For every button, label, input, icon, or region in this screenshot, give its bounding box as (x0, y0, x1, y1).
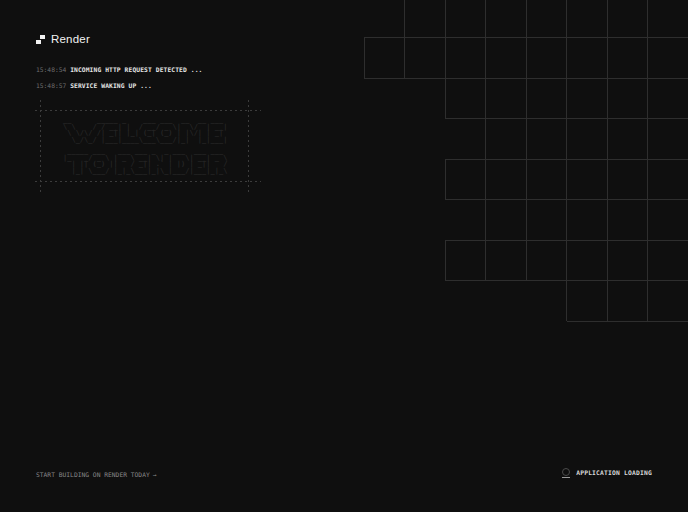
log-timestamp: 15:48:57 (36, 82, 66, 89)
welcome-box-border-bottom (35, 181, 261, 182)
background-grid (0, 0, 688, 512)
welcome-box-border-right (248, 100, 249, 193)
application-loading-label: APPLICATION LOADING (576, 469, 652, 477)
log-message: INCOMING HTTP REQUEST DETECTED ... (70, 66, 202, 73)
application-loading-status: APPLICATION LOADING (562, 467, 652, 479)
render-logo-text: Render (51, 33, 90, 45)
welcome-box-border-top (35, 110, 261, 111)
log-line: 15:48:57 SERVICE WAKING UP ... (36, 82, 152, 90)
render-logo-icon (36, 35, 45, 44)
start-building-link[interactable]: START BUILDING ON RENDER TODAY→ (36, 471, 157, 479)
ascii-art-welcome: __ _____ _ ___ ___ __ __ ___ \ \ / / __|… (63, 117, 227, 143)
log-line: 15:48:54 INCOMING HTTP REQUEST DETECTED … (36, 66, 202, 74)
loading-spinner-icon (562, 468, 570, 478)
arrow-right-icon: → (153, 471, 157, 478)
start-building-label: START BUILDING ON RENDER TODAY (36, 471, 150, 478)
log-timestamp: 15:48:54 (36, 66, 66, 73)
welcome-box-border-left (40, 100, 41, 193)
log-message: SERVICE WAKING UP ... (70, 82, 152, 89)
page: Render 15:48:54 INCOMING HTTP REQUEST DE… (0, 0, 688, 512)
ascii-art-to-render: _____ ___ ___ ___ _ _ ___ ___ ___ |_ _/ … (63, 148, 227, 174)
render-logo[interactable]: Render (36, 33, 90, 45)
